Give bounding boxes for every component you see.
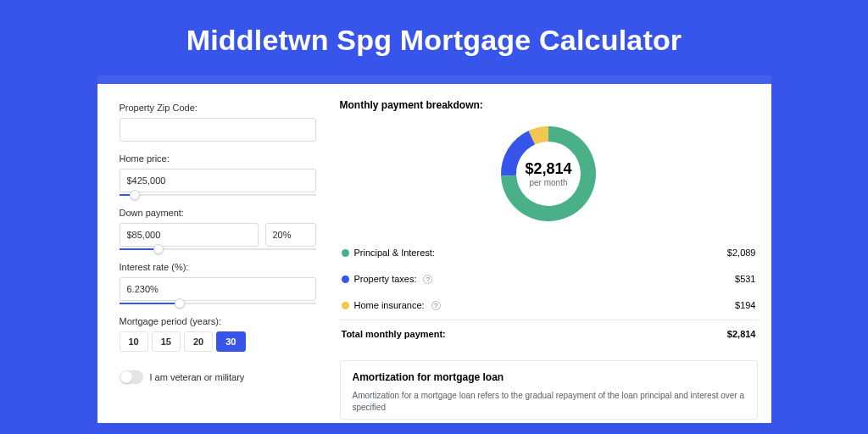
breakdown-row-amount: $2,089 (727, 248, 756, 258)
veteran-toggle-knob (120, 371, 132, 383)
donut-wrap: $2,814 per month (340, 120, 758, 228)
period-buttons: 10152030 (120, 331, 316, 352)
home-price-label: Home price: (120, 153, 316, 164)
breakdown-row-text: Home insurance: (354, 300, 425, 310)
legend-dot-icon (342, 275, 349, 283)
breakdown-row-text: Principal & Interest: (354, 248, 435, 258)
calculator-card: Property Zip Code: Home price: Down paym… (97, 84, 771, 423)
total-row: Total monthly payment: $2,814 (340, 320, 758, 347)
breakdown-row: Principal & Interest:$2,089 (340, 240, 758, 265)
interest-slider[interactable] (120, 303, 316, 304)
home-price-slider[interactable] (120, 194, 316, 196)
interest-input[interactable] (120, 277, 316, 301)
down-payment-slider-thumb[interactable] (153, 244, 164, 254)
period-btn-15[interactable]: 15 (152, 331, 181, 352)
interest-group: Interest rate (%): (120, 262, 316, 304)
breakdown-row-amount: $194 (735, 300, 755, 310)
info-icon[interactable]: ? (423, 275, 432, 284)
zip-input[interactable] (120, 118, 316, 142)
home-price-group: Home price: (120, 153, 316, 196)
breakdown-row-label: Principal & Interest: (342, 248, 435, 258)
donut-center: $2,814 per month (494, 120, 603, 228)
info-icon[interactable]: ? (431, 301, 441, 310)
amortization-heading: Amortization for mortgage loan (353, 371, 745, 383)
breakdown-row-amount: $531 (735, 274, 755, 284)
veteran-toggle[interactable] (120, 370, 143, 384)
amortization-box: Amortization for mortgage loan Amortizat… (340, 360, 758, 420)
zip-label: Property Zip Code: (120, 103, 316, 113)
legend-dot-icon (342, 302, 349, 309)
down-payment-pct-input[interactable] (265, 223, 316, 247)
breakdown-rows: Principal & Interest:$2,089Property taxe… (340, 240, 758, 318)
period-group: Mortgage period (years): 10152030 (120, 316, 316, 352)
down-payment-group: Down payment: (120, 208, 316, 250)
down-payment-slider[interactable] (120, 248, 316, 250)
form-panel: Property Zip Code: Home price: Down paym… (97, 84, 335, 423)
down-payment-label: Down payment: (120, 208, 316, 218)
page-title: Middletwn Spg Mortgage Calculator (0, 0, 868, 75)
donut-center-sub: per month (529, 178, 567, 187)
veteran-toggle-row: I am veteran or military (120, 370, 316, 384)
donut-center-value: $2,814 (525, 160, 571, 178)
interest-slider-thumb[interactable] (175, 298, 185, 309)
period-btn-30[interactable]: 30 (216, 331, 245, 352)
home-price-slider-thumb[interactable] (130, 190, 140, 200)
donut-chart: $2,814 per month (494, 120, 603, 228)
total-amount: $2,814 (727, 329, 756, 339)
breakdown-row: Property taxes:?$531 (340, 265, 758, 292)
veteran-toggle-label: I am veteran or military (150, 372, 245, 382)
period-label: Mortgage period (years): (120, 316, 316, 326)
breakdown-row-label: Home insurance:? (342, 300, 441, 310)
total-label: Total monthly payment: (342, 329, 446, 339)
down-payment-input[interactable] (120, 223, 259, 247)
period-btn-20[interactable]: 20 (184, 331, 213, 352)
interest-slider-fill (120, 303, 181, 304)
breakdown-panel: Monthly payment breakdown: $2,814 per mo… (335, 84, 771, 423)
card-outer: Property Zip Code: Home price: Down paym… (97, 75, 771, 423)
interest-label: Interest rate (%): (120, 262, 316, 272)
legend-dot-icon (342, 249, 349, 257)
zip-group: Property Zip Code: (120, 103, 316, 142)
breakdown-row-text: Property taxes: (354, 274, 417, 284)
breakdown-title: Monthly payment breakdown: (340, 99, 758, 111)
amortization-body: Amortization for a mortgage loan refers … (353, 390, 745, 414)
breakdown-row-label: Property taxes:? (342, 274, 433, 284)
home-price-input[interactable] (120, 169, 316, 192)
period-btn-10[interactable]: 10 (120, 331, 148, 352)
breakdown-row: Home insurance:?$194 (340, 292, 758, 318)
